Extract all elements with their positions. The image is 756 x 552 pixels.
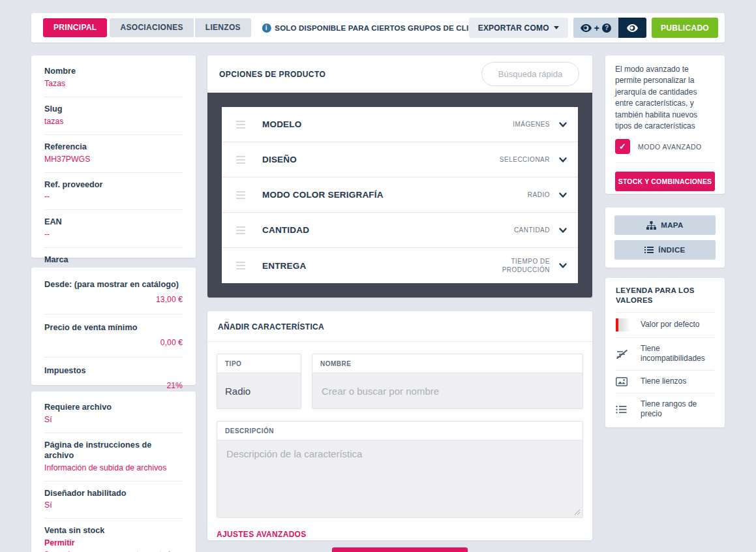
legend-item-incompatibilities: Tiene incompatibilidades bbox=[616, 337, 714, 370]
descripcion-label: DESCRIPCIÓN bbox=[217, 422, 582, 440]
file-instructions-link[interactable]: Información de subida de archivos bbox=[44, 463, 183, 474]
field-label: Impuestos bbox=[44, 366, 183, 376]
add-feature-card: AÑADIR CARACTERÍSTICA TIPO Radio NOMBRE … bbox=[207, 311, 592, 540]
descripcion-textarea[interactable] bbox=[217, 440, 582, 517]
drag-handle-icon[interactable] bbox=[236, 191, 245, 199]
price-ranges-icon bbox=[616, 405, 627, 414]
info-row-ref-proveedor: Ref. proveedor -- bbox=[44, 173, 183, 211]
descripcion-field-group: DESCRIPCIÓN bbox=[217, 421, 583, 518]
field-value: Sí bbox=[44, 500, 183, 511]
field-label: Desde: (para mostrar en catálogo) bbox=[44, 280, 183, 290]
setting-row-venta-sin-stock: Venta sin stock Permitir Se puede compra… bbox=[44, 519, 183, 552]
field-value: Sí bbox=[44, 415, 183, 425]
field-label: Slug bbox=[44, 104, 183, 115]
tipo-select[interactable]: TIPO Radio bbox=[217, 354, 301, 409]
tab-lienzos[interactable]: LIENZOS bbox=[195, 18, 251, 37]
drag-handle-icon[interactable] bbox=[236, 226, 245, 234]
add-feature-title: AÑADIR CARACTERÍSTICA bbox=[207, 311, 592, 342]
info-row-ean: EAN -- bbox=[44, 210, 183, 248]
info-icon: i bbox=[262, 23, 271, 33]
setting-row-requiere-archivo: Requiere archivo Sí bbox=[44, 395, 183, 433]
add-feature-button[interactable]: AÑADIR CARACTERÍSTICA bbox=[332, 547, 468, 552]
index-button[interactable]: ÍNDICE bbox=[614, 240, 716, 260]
option-row-cantidad[interactable]: CANTIDAD CANTIDAD bbox=[222, 213, 578, 248]
pricing-card: Desde: (para mostrar en catálogo) 13,00 … bbox=[31, 268, 196, 385]
tipo-selected-value[interactable]: Radio bbox=[217, 373, 301, 408]
field-value: 0,00 € bbox=[44, 338, 183, 348]
field-value: -- bbox=[44, 192, 183, 202]
legend-item-default-value: Valor por defecto bbox=[616, 312, 714, 337]
field-value: 13,00 € bbox=[44, 295, 183, 305]
chevron-down-icon[interactable] bbox=[558, 191, 567, 200]
resize-grip-icon[interactable] bbox=[574, 509, 581, 515]
option-name: DISEÑO bbox=[262, 155, 297, 164]
field-label: Requiere archivo bbox=[44, 403, 183, 413]
setting-row-disenador: Diseñador habilitado Sí bbox=[44, 482, 183, 519]
advanced-mode-checkbox-row[interactable]: ✓ MODO AVANZADO bbox=[615, 139, 715, 154]
option-row-entrega[interactable]: ENTREGA TIEMPO DE PRODUCCIÓN bbox=[222, 248, 578, 283]
notice-text: SOLO DISPONIBLE PARA CIERTOS GRUPOS DE C… bbox=[275, 24, 494, 32]
published-status-button[interactable]: PUBLICADO bbox=[652, 18, 718, 38]
field-value: tazas bbox=[44, 117, 183, 127]
chevron-down-icon bbox=[554, 26, 559, 29]
option-row-modo-color-serigrafia[interactable]: MODO COLOR SERIGRAFÍA RADIO bbox=[222, 177, 578, 213]
product-info-card: Nombre Tazas Slug tazas Referencia MH37P… bbox=[31, 55, 196, 258]
drag-handle-icon[interactable] bbox=[236, 156, 245, 164]
preview-button[interactable] bbox=[618, 18, 646, 38]
list-icon bbox=[644, 246, 654, 254]
navigation-card: MAPA ÍNDICE bbox=[605, 207, 725, 268]
map-label: MAPA bbox=[661, 221, 684, 229]
drag-handle-icon[interactable] bbox=[236, 262, 245, 269]
info-row-slug: Slug tazas bbox=[44, 97, 183, 135]
field-value: MH37PWGS bbox=[44, 155, 183, 165]
field-label: Diseñador habilitado bbox=[44, 489, 183, 499]
question-icon: ? bbox=[602, 23, 611, 33]
advanced-mode-description: El modo avanzado te permite personalizar… bbox=[615, 64, 715, 132]
field-label: Nombre bbox=[44, 67, 183, 77]
advanced-mode-card: El modo avanzado te permite personalizar… bbox=[605, 55, 725, 194]
product-options-title: OPCIONES DE PRODUCTO bbox=[219, 70, 325, 79]
drag-handle-icon[interactable] bbox=[236, 121, 245, 129]
plus-icon: + bbox=[594, 23, 599, 33]
product-options-header: OPCIONES DE PRODUCTO bbox=[207, 55, 592, 93]
info-row-referencia: Referencia MH37PWGS bbox=[44, 135, 183, 173]
option-name: ENTREGA bbox=[262, 261, 306, 271]
chevron-down-icon[interactable] bbox=[558, 155, 567, 164]
advanced-mode-checkbox-label: MODO AVANZADO bbox=[638, 143, 702, 151]
field-label: Venta sin stock bbox=[44, 526, 183, 536]
option-row-diseno[interactable]: DISEÑO SELECCIONAR bbox=[222, 142, 578, 177]
customer-group-notice: i SOLO DISPONIBLE PARA CIERTOS GRUPOS DE… bbox=[262, 23, 494, 33]
option-row-modelo[interactable]: MODELO IMÁGENES bbox=[222, 107, 578, 142]
advanced-settings-link[interactable]: AJUSTES AVANZADOS bbox=[217, 530, 307, 539]
chevron-down-icon[interactable] bbox=[558, 261, 567, 270]
chevron-down-icon[interactable] bbox=[558, 120, 567, 129]
field-label: Precio de venta mínimo bbox=[44, 323, 183, 333]
price-row-desde: Desde: (para mostrar en catálogo) 13,00 … bbox=[44, 271, 183, 314]
product-options-card: OPCIONES DE PRODUCTO MODELO IMÁGENES DIS… bbox=[207, 55, 592, 298]
preview-add-help-button[interactable]: + ? bbox=[573, 18, 618, 38]
field-value: -- bbox=[44, 230, 183, 240]
export-as-button[interactable]: EXPORTAR COMO bbox=[469, 18, 568, 38]
legend-label: Valor por defecto bbox=[641, 320, 700, 330]
field-label: Marca bbox=[44, 255, 183, 266]
tab-asociaciones[interactable]: ASOCIACIONES bbox=[110, 18, 193, 37]
option-name: MODO COLOR SERIGRAFÍA bbox=[262, 190, 384, 200]
quick-search-input[interactable] bbox=[481, 62, 579, 86]
tipo-label: TIPO bbox=[217, 354, 301, 373]
tab-principal[interactable]: PRINCIPAL bbox=[43, 18, 107, 37]
values-legend-card: LEYENDA PARA LOS VALORES Valor por defec… bbox=[605, 278, 725, 427]
option-type-label: CANTIDAD bbox=[514, 226, 550, 235]
stock-combinations-button[interactable]: STOCK Y COMBINACIONES bbox=[615, 172, 715, 191]
divider bbox=[615, 162, 715, 163]
info-row-nombre: Nombre Tazas bbox=[44, 59, 183, 97]
legend-title: LEYENDA PARA LOS VALORES bbox=[616, 286, 714, 312]
chevron-down-icon[interactable] bbox=[558, 226, 567, 235]
map-button[interactable]: MAPA bbox=[614, 215, 716, 235]
checkbox-checked-icon[interactable]: ✓ bbox=[615, 139, 630, 154]
field-value: Permitir bbox=[44, 538, 183, 549]
sitemap-icon bbox=[646, 221, 656, 230]
option-name: CANTIDAD bbox=[262, 225, 309, 235]
field-label: Referencia bbox=[44, 142, 183, 153]
nombre-input[interactable] bbox=[312, 373, 582, 408]
option-name: MODELO bbox=[262, 119, 301, 129]
